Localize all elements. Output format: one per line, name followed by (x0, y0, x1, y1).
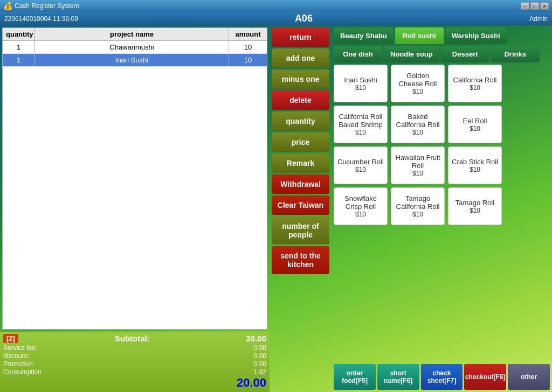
menu-item-name: Inari Sushi (344, 76, 377, 84)
promotion-label: Promotion: (3, 360, 135, 368)
consumption-value: 1.82 (135, 368, 267, 376)
order-table: 1 Chawanmushi 10 1 Inari Sushi 10 (3, 41, 267, 67)
other-button[interactable]: other (508, 364, 550, 390)
subtotal-label: Subtotal: (115, 334, 150, 343)
menu-item-name: Hawaiian Fruit Roll (395, 153, 441, 170)
menu-item[interactable]: Tamago Roll$10 (448, 187, 502, 225)
number-of-people-button[interactable]: number of people (272, 216, 329, 244)
menu-item[interactable]: California Roll$10 (448, 65, 502, 102)
menu-item-price: $10 (470, 125, 480, 132)
discount-label: discount: (3, 352, 135, 360)
menu-item-name: California Roll (453, 76, 497, 84)
menu-item-price: $10 (355, 84, 366, 92)
menu-item[interactable]: Hawaiian Fruit Roll$10 (391, 146, 445, 184)
titlebar: 💰 Cash Register System ─ □ ✕ (0, 0, 552, 12)
menu-item-name: Golden Cheese Roll (395, 72, 441, 88)
session-info: 2206140010004 11:36:09 (4, 15, 78, 23)
row-amount: 10 (229, 41, 267, 53)
discount-value: 0.00 (135, 352, 267, 360)
cat-dessert[interactable]: Dessert (441, 46, 489, 62)
return-button[interactable]: return (272, 27, 329, 47)
col-qty-header: quantity (3, 28, 35, 40)
menu-item-name: California Roll Baked Shrimp (337, 113, 384, 129)
send-to-kitchen-button[interactable]: send to the kitchen (272, 246, 329, 274)
col-amount-header: amount (229, 28, 267, 40)
cat-roll-sushi[interactable]: Roll sushi (395, 27, 444, 44)
menu-panel: Beauty Shabu Roll sushi Warship Sushi On… (332, 25, 552, 392)
menu-item-price: $10 (412, 129, 423, 136)
service-fee-value: 0.00 (135, 344, 267, 352)
app-icon: 💰 (3, 2, 12, 10)
menu-item-price: $10 (470, 207, 480, 214)
menu-item-price: $10 (470, 166, 480, 173)
menu-item-name: Crab Stick Roll (452, 158, 498, 166)
cat-drinks[interactable]: Drinks (491, 46, 540, 62)
admin-label: Admin (529, 15, 548, 23)
menu-item-name: Cucumber Roll (337, 158, 384, 166)
menu-item-name: Tamago Roll (456, 199, 494, 207)
app-title: Cash Register System (15, 2, 79, 10)
cat-beauty-shabu[interactable]: Beauty Shabu (334, 27, 394, 44)
menu-item-price: $10 (470, 84, 480, 92)
table-header: quantity project name amount (3, 28, 267, 41)
delete-button[interactable]: delete (272, 90, 329, 110)
quantity-button[interactable]: quantity (272, 111, 329, 131)
clear-taiwan-button[interactable]: Clear Taiwan (272, 195, 329, 215)
menu-item[interactable]: Tamago California Roll$10 (391, 187, 445, 225)
table-row[interactable]: 1 Chawanmushi 10 (3, 41, 267, 54)
menu-item[interactable]: Cucumber Roll$10 (334, 146, 388, 184)
check-sheet-button[interactable]: check sheet[F7] (421, 364, 463, 390)
maximize-button[interactable]: □ (530, 2, 539, 10)
checkout-button[interactable]: checkout[F8] (464, 364, 506, 390)
row-name: Chawanmushi (35, 41, 229, 53)
total-display: 20.00 (3, 376, 266, 390)
close-button[interactable]: ✕ (540, 2, 549, 10)
menu-item[interactable]: Inari Sushi$10 (334, 65, 388, 102)
row-amount: 10 (229, 54, 267, 66)
order-food-button[interactable]: order food[F5] (334, 364, 376, 390)
table-id: A06 (87, 13, 521, 24)
bottom-info: [2] Subtotal: 20.00 Service fee: 0.00 di… (0, 332, 270, 392)
menu-item-price: $10 (412, 211, 423, 218)
subtotal-value: 20.00 (246, 334, 266, 343)
col-name-header: project name (35, 28, 229, 40)
menu-item[interactable]: Snowflake Crisp Roll$10 (334, 187, 388, 225)
withdrawal-button[interactable]: Withdrawal (272, 174, 329, 194)
row-qty: 1 (3, 54, 35, 66)
promotion-value: 0.00 (135, 360, 267, 368)
menu-item[interactable]: Golden Cheese Roll$10 (391, 65, 445, 102)
minus-one-button[interactable]: minus one (272, 69, 329, 89)
menu-item-name: Tamago California Roll (395, 194, 441, 211)
menu-item-name: Eel Roll (463, 117, 487, 125)
consumption-label: Consumption (3, 368, 135, 376)
add-one-button[interactable]: add one (272, 48, 329, 68)
menu-item-price: $10 (355, 166, 366, 173)
table-row[interactable]: 1 Inari Sushi 10 (3, 54, 267, 67)
remark-button[interactable]: Remark (272, 153, 329, 173)
menu-item[interactable]: California Roll Baked Shrimp$10 (334, 106, 388, 143)
action-buttons: return add one minus one delete quantity… (270, 25, 332, 392)
count-badge: [2] (3, 334, 18, 343)
cat-one-dish[interactable]: One dish (334, 46, 382, 62)
minimize-button[interactable]: ─ (521, 2, 529, 10)
cat-warship-sushi[interactable]: Warship Sushi (445, 27, 507, 44)
price-button[interactable]: price (272, 132, 329, 152)
category-tabs: Beauty Shabu Roll sushi Warship Sushi On… (334, 27, 550, 62)
menu-item[interactable]: Crab Stick Roll$10 (448, 146, 502, 184)
service-fee-label: Service fee: (3, 344, 135, 352)
bottom-action-row: order food[F5] short name[F6] check shee… (334, 364, 550, 390)
menu-items-grid: Inari Sushi$10Golden Cheese Roll$10Calif… (334, 65, 550, 362)
row-name: Inari Sushi (35, 54, 229, 66)
info-bar: 2206140010004 11:36:09 A06 Admin (0, 12, 552, 25)
row-qty: 1 (3, 41, 35, 53)
menu-item-price: $10 (412, 88, 423, 95)
menu-item[interactable]: Baked California Roll$10 (391, 106, 445, 143)
menu-item-name: Baked California Roll (395, 113, 441, 129)
menu-item-price: $10 (355, 211, 366, 218)
menu-item-name: Snowflake Crisp Roll (337, 194, 384, 211)
menu-item-price: $10 (412, 170, 423, 177)
short-name-button[interactable]: short name[F6] (377, 364, 419, 390)
cat-noodle-soup[interactable]: Noodle soup (384, 46, 439, 62)
menu-item[interactable]: Eel Roll$10 (448, 106, 502, 143)
menu-item-price: $10 (355, 129, 366, 136)
